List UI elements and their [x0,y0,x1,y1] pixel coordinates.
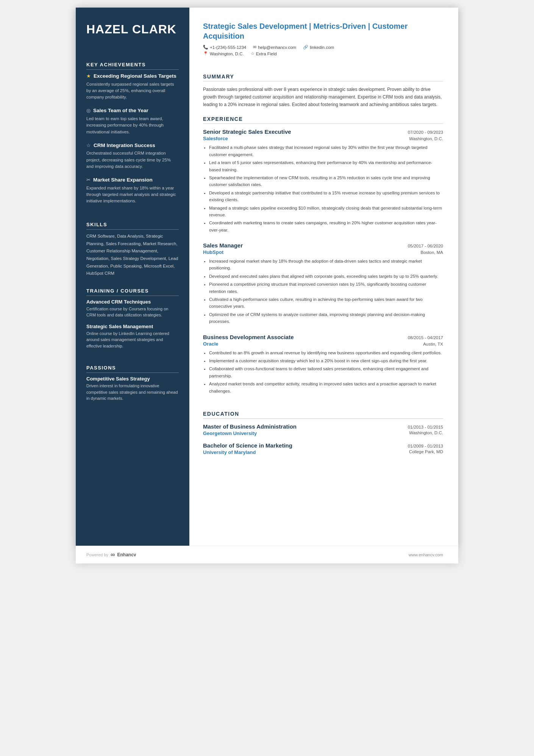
contact-row: 📞 +1-(234)-555-1234 ✉ help@enhancv.com 🔗… [203,45,443,50]
bullet-item: Managed a strategic sales pipeline excee… [209,205,443,219]
skills-text: CRM Software, Data Analysis, Strategic P… [86,233,179,277]
experience-item: Sales Manager 05/2017 - 06/2020 HubSpot … [203,242,443,326]
passion-item: Competitive Sales Strategy Driven intere… [86,376,179,402]
summary-section-title: SUMMARY [203,74,443,81]
achievement-desc: Orchestrated successful CRM integration … [86,150,179,170]
star-outline-icon: ☆ [86,142,91,148]
training-item: Advanced CRM Techniques Certification co… [86,299,179,318]
bullet-item: Facilitated a multi-phase sales strategy… [209,144,443,158]
bullet-item: Developed and executed sales plans that … [209,273,443,280]
bullet-item: Contributed to an 8% growth in annual re… [209,349,443,356]
achievement-title: Sales Team of the Year [93,107,148,114]
achievement-title: CRM Integration Success [94,142,155,149]
bullet-item: Analyzed market trends and competitor ac… [209,380,443,394]
sidebar: HAZEL CLARK KEY ACHIEVEMENTS ★ Exceeding… [76,8,189,546]
exp-bullets: Facilitated a multi-phase sales strategy… [203,144,443,233]
main-content: Strategic Sales Development | Metrics-Dr… [189,8,458,546]
email-text: help@enhancv.com [258,45,296,50]
location-contact: 📍 Washington, D.C. [203,51,244,56]
training-title: Advanced CRM Techniques [86,299,179,305]
contact-row-2: 📍 Washington, D.C. ☆ Extra Field [203,51,443,56]
main-title: Strategic Sales Development | Metrics-Dr… [203,21,443,41]
bullet-item: Optimized the use of CRM systems to anal… [209,311,443,325]
achievement-item: ★ Exceeding Regional Sales Targets Consi… [86,73,179,100]
experience-item: Business Development Associate 08/2015 -… [203,334,443,396]
achievement-desc: Expanded market share by 18% within a ye… [86,185,179,205]
link-icon: 🔗 [303,45,308,50]
bullet-item: Coordinated with marketing teams to crea… [209,219,443,233]
edu-school: University of Maryland [203,449,256,455]
passions-section-title: PASSIONS [86,365,179,373]
star-filled-icon: ★ [86,73,91,79]
phone-contact: 📞 +1-(234)-555-1234 [203,45,246,50]
achievement-desc: Led team to earn top sales team award, i… [86,116,179,135]
enhancv-logo-icon: ∞ [111,551,115,558]
extra-contact: ☆ Extra Field [251,51,277,56]
exp-title: Sales Manager [203,242,243,249]
experience-section-title: EXPERIENCE [203,116,443,124]
bullet-item: Implemented a customer acquisition strat… [209,357,443,364]
edu-dates: 01/2013 - 01/2015 [408,425,443,429]
summary-text: Passionate sales professional with over … [203,86,443,108]
exp-bullets: Increased regional market share by 18% t… [203,258,443,325]
achievement-desc: Consistently surpassed regional sales ta… [86,81,179,101]
exp-company: Oracle [203,341,218,347]
tools-icon: ✂ [86,177,91,183]
website-contact: 🔗 linkedin.com [303,45,334,50]
edu-dates: 01/2009 - 01/2013 [408,444,443,448]
education-item: Bachelor of Science in Marketing 01/2009… [203,442,443,455]
extra-text: Extra Field [256,52,277,56]
footer: Powered by ∞ Enhancv www.enhancv.com [76,546,458,563]
bullet-item: Pioneered a competitive pricing structur… [209,281,443,295]
footer-website: www.enhancv.com [409,553,443,557]
passion-desc: Driven interest in formulating innovativ… [86,383,179,402]
circle-outline-icon: ◎ [86,108,91,113]
passions-list: Competitive Sales Strategy Driven intere… [86,376,179,406]
exp-company: HubSpot [203,249,223,255]
education-item: Master of Business Administration 01/201… [203,423,443,436]
exp-company: Salesforce [203,136,228,141]
bullet-item: Developed a strategic partnership initia… [209,189,443,203]
exp-location: Austin, TX [423,342,443,346]
achievements-list: ★ Exceeding Regional Sales Targets Consi… [86,73,179,211]
edu-degree: Master of Business Administration [203,423,297,430]
email-icon: ✉ [253,45,256,50]
bullet-item: Increased regional market share by 18% t… [209,258,443,272]
training-desc: Online course by LinkedIn Learning cente… [86,330,179,349]
achievement-item: ☆ CRM Integration Success Orchestrated s… [86,142,179,170]
training-item: Strategic Sales Management Online course… [86,324,179,349]
edu-location: Washington, D.C. [409,430,443,436]
exp-title: Senior Strategic Sales Executive [203,128,291,135]
training-section-title: TRAINING / COURSES [86,288,179,296]
candidate-name: HAZEL CLARK [86,23,179,36]
star-icon: ☆ [251,51,255,56]
phone-icon: 📞 [203,45,208,50]
exp-bullets: Contributed to an 8% growth in annual re… [203,349,443,394]
bullet-item: Led a team of 5 junior sales representat… [209,159,443,173]
experience-item: Senior Strategic Sales Executive 07/2020… [203,128,443,235]
education-section-title: EDUCATION [203,411,443,419]
training-desc: Certification course by Coursera focusin… [86,306,179,318]
location-text: Washington, D.C. [210,52,244,56]
location-icon: 📍 [203,51,208,56]
exp-location: Boston, MA [421,250,443,255]
email-contact: ✉ help@enhancv.com [253,45,296,50]
exp-dates: 05/2017 - 06/2020 [408,244,443,248]
exp-dates: 07/2020 - 09/2023 [408,130,443,135]
footer-left: Powered by ∞ Enhancv [86,551,136,558]
edu-degree: Bachelor of Science in Marketing [203,442,292,449]
phone-text: +1-(234)-555-1234 [210,45,246,50]
main-header: Strategic Sales Development | Metrics-Dr… [203,21,443,58]
edu-school: Georgetown University [203,430,257,436]
exp-title: Business Development Associate [203,334,294,340]
achievement-title: Exceeding Regional Sales Targets [94,73,176,80]
bullet-item: Collaborated with cross-functional teams… [209,365,443,379]
training-title: Strategic Sales Management [86,324,179,329]
achievement-item: ✂ Market Share Expansion Expanded market… [86,177,179,204]
skills-section-title: SKILLS [86,222,179,230]
bullet-item: Spearheaded the implementation of new CR… [209,174,443,188]
exp-dates: 08/2015 - 04/2017 [408,335,443,340]
website-text: linkedin.com [310,45,334,50]
achievements-section-title: KEY ACHIEVEMENTS [86,62,179,70]
exp-location: Washington, D.C. [409,136,443,141]
